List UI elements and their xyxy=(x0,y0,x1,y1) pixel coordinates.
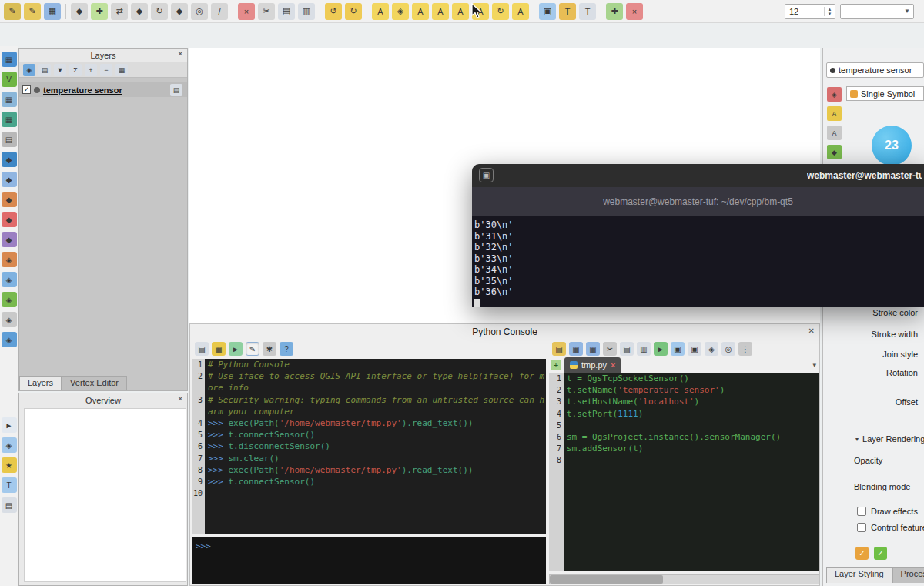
checkbox[interactable] xyxy=(857,523,866,532)
tab-layers[interactable]: Layers xyxy=(19,376,62,390)
delete-field-icon[interactable]: × xyxy=(626,3,643,20)
add-wcs-layer-icon[interactable]: ◈ xyxy=(2,272,17,287)
digitize-with-segment-icon[interactable]: ◆ xyxy=(71,3,88,20)
layer-diagram-options-icon[interactable]: ◈ xyxy=(392,3,409,20)
redo-icon[interactable]: ↻ xyxy=(345,3,362,20)
tab-tmp-py[interactable]: tmp.py × xyxy=(564,357,621,373)
toggle-editing-icon[interactable]: ✎ xyxy=(24,3,41,20)
select-annotation-icon[interactable]: ► xyxy=(2,417,17,433)
add-wms-layer-icon[interactable]: ◈ xyxy=(2,252,17,267)
draw-effects-checkbox-row[interactable]: Draw effects xyxy=(857,507,918,516)
add-group-icon[interactable]: ▤ xyxy=(38,64,51,76)
uncomment-icon[interactable]: ▣ xyxy=(688,342,701,356)
layer-visibility-checkbox[interactable]: ✓ xyxy=(22,85,31,94)
live-update-toggle[interactable]: ✓ xyxy=(855,547,869,560)
layer-rendering-section-header[interactable]: ▾ Layer Rendering xyxy=(855,434,924,444)
open-layer-styling-icon[interactable]: ◈ xyxy=(23,64,35,76)
symbol-preview-marker[interactable]: 23 xyxy=(872,126,912,166)
split-features-icon[interactable]: / xyxy=(211,3,228,20)
add-delimited-text-layer-icon[interactable]: ▤ xyxy=(2,132,17,147)
scrollbar-handle[interactable] xyxy=(550,575,663,584)
chevron-down-icon[interactable]: ▾ xyxy=(812,361,819,369)
terminal-output[interactable]: b'30\n'b'31\n'b'32\n'b'33\n'b'34\n'b'35\… xyxy=(472,216,924,307)
close-icon[interactable]: ✕ xyxy=(808,326,815,335)
close-icon[interactable]: ✕ xyxy=(177,50,183,58)
show-hide-labels-icon[interactable]: A xyxy=(452,3,469,20)
3d-view-tab-icon[interactable]: ◆ xyxy=(827,145,842,159)
rendering-order-checkbox-row[interactable]: Control feature rendering order xyxy=(857,523,924,532)
paste-features-icon[interactable]: ▥ xyxy=(298,3,315,20)
filter-legend-icon[interactable]: ▼ xyxy=(54,64,66,76)
add-oracle-layer-icon[interactable]: ◆ xyxy=(2,212,17,227)
font-size-spinbox[interactable]: 12 ▲▼ xyxy=(785,4,835,19)
copy-features-icon[interactable]: ▤ xyxy=(278,3,295,20)
map-tips-icon[interactable]: ▣ xyxy=(539,3,556,20)
new-script-icon[interactable]: + xyxy=(551,360,561,370)
layer-selector-combo[interactable]: temperature sensor xyxy=(826,62,924,78)
find-text-icon[interactable]: ◎ xyxy=(721,342,735,356)
add-postgis-layer-icon[interactable]: ◆ xyxy=(2,152,17,167)
rotate-label-icon[interactable]: ↻ xyxy=(492,3,509,20)
remove-layer-icon[interactable]: ▦ xyxy=(116,64,128,76)
undo-icon[interactable]: ↺ xyxy=(325,3,342,20)
cut-icon[interactable]: ✂ xyxy=(603,342,617,356)
text-annotation-tool-icon[interactable]: T xyxy=(2,477,17,493)
text-annotation-icon[interactable]: T xyxy=(559,3,576,20)
checkbox[interactable] xyxy=(857,507,866,516)
add-point-feature-icon[interactable]: ✚ xyxy=(91,3,108,20)
cut-features-icon[interactable]: ✂ xyxy=(258,3,275,20)
tab-vertex-editor[interactable]: Vertex Editor xyxy=(62,376,127,390)
move-feature-icon[interactable]: ⇄ xyxy=(111,3,128,20)
vertex-tool-icon[interactable]: ◆ xyxy=(131,3,148,20)
run-script-icon[interactable]: ► xyxy=(654,342,668,356)
layer-labeling-options-icon[interactable]: A xyxy=(372,3,389,20)
save-script-icon[interactable]: ▦ xyxy=(569,342,583,356)
paste-icon[interactable]: ▥ xyxy=(637,342,651,356)
add-virtual-layer-icon[interactable]: ◆ xyxy=(2,232,17,247)
comment-icon[interactable]: ▣ xyxy=(671,342,685,356)
labels-tab-icon[interactable]: A xyxy=(827,106,842,121)
close-icon[interactable]: ✕ xyxy=(177,395,183,403)
simplify-feature-icon[interactable]: ◆ xyxy=(171,3,188,20)
show-editor-icon[interactable]: ✎ xyxy=(246,342,259,356)
filter-by-expression-icon[interactable]: Σ xyxy=(69,64,82,76)
console-options-icon[interactable]: ✱ xyxy=(263,342,276,356)
data-source-manager-icon[interactable]: ▦ xyxy=(2,52,17,67)
expand-all-icon[interactable]: + xyxy=(85,64,97,76)
symbol-type-combo[interactable]: Single Symbol xyxy=(846,86,924,101)
layer-item-temperature-sensor[interactable]: ✓ temperature sensor ▤ xyxy=(19,82,187,97)
import-class-icon[interactable]: ▦ xyxy=(212,342,226,356)
add-mesh-layer-icon[interactable]: ▦ xyxy=(2,112,17,127)
highlight-labels-icon[interactable]: A xyxy=(412,3,429,20)
editor-options-icon[interactable]: ⋮ xyxy=(738,342,752,356)
current-edits-icon[interactable]: ✎ xyxy=(4,3,21,20)
new-terminal-tab-icon[interactable]: ▣ xyxy=(479,168,494,182)
console-help-icon[interactable]: ? xyxy=(280,342,293,356)
add-vector-layer-icon[interactable]: V xyxy=(2,72,17,87)
copy-icon[interactable]: ▤ xyxy=(620,342,634,356)
add-ring-icon[interactable]: ◎ xyxy=(191,3,208,20)
svg-annotation-icon[interactable]: ★ xyxy=(2,457,17,473)
symbology-tab-icon[interactable]: ◈ xyxy=(827,87,842,102)
python-console-input[interactable]: >>> xyxy=(192,537,546,584)
object-inspector-icon[interactable]: ◈ xyxy=(705,342,718,356)
apply-style-button[interactable]: ✓ xyxy=(874,547,887,560)
clear-console-icon[interactable]: ▤ xyxy=(195,342,209,356)
terminal-titlebar[interactable]: ▣ webmaster@webmaster-tuf: ~/dev/cpp/bm-… xyxy=(472,164,924,187)
tab-processing-toolbox[interactable]: Processing Toolbox xyxy=(892,567,924,583)
add-raster-layer-icon[interactable]: ▦ xyxy=(2,92,17,107)
save-layer-edits-icon[interactable]: ▦ xyxy=(44,3,61,20)
change-label-properties-icon[interactable]: A xyxy=(512,3,529,20)
script-editor-area[interactable]: 1t = QgsTcpSocketSensor()2t.setName('tem… xyxy=(549,373,819,571)
add-wfs-layer-icon[interactable]: ◈ xyxy=(2,292,17,307)
spin-arrows-icon[interactable]: ▲▼ xyxy=(824,7,835,16)
editor-horizontal-scrollbar[interactable] xyxy=(549,574,819,584)
add-arcgis-layer-icon[interactable]: ◈ xyxy=(2,332,17,347)
save-script-as-icon[interactable]: ▦ xyxy=(586,342,600,356)
tab-layer-styling[interactable]: Layer Styling xyxy=(826,567,892,583)
collapse-all-icon[interactable]: − xyxy=(100,64,112,76)
add-mssql-layer-icon[interactable]: ◆ xyxy=(2,192,17,207)
rotate-feature-icon[interactable]: ↻ xyxy=(151,3,168,20)
layer-name[interactable]: temperature sensor xyxy=(43,85,122,95)
add-spatialite-layer-icon[interactable]: ◆ xyxy=(2,172,17,187)
